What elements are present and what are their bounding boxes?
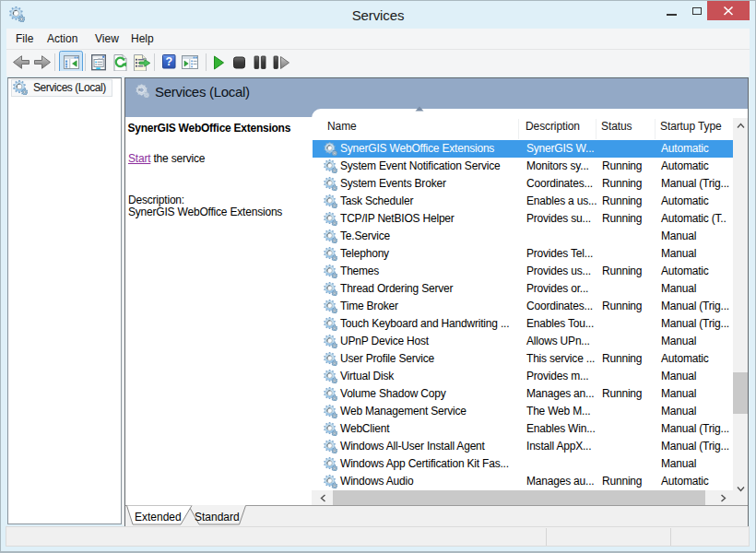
svg-text:Extended: Extended	[135, 511, 182, 524]
svg-text:Standard: Standard	[195, 511, 240, 524]
svg-text:?: ?	[165, 55, 172, 68]
